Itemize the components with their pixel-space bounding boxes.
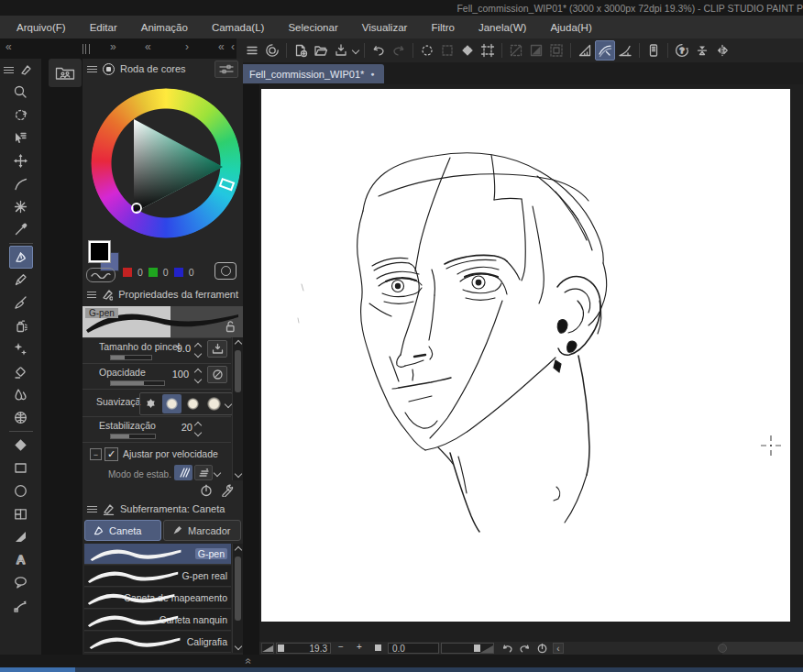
snap-grid-icon[interactable] (615, 40, 635, 61)
tool-pencil[interactable] (0, 269, 41, 292)
sv-triangle[interactable] (91, 88, 241, 238)
reselect-icon[interactable] (437, 40, 457, 61)
tab-caneta[interactable]: Caneta (84, 520, 161, 541)
menu-camada[interactable]: Camada(L) (212, 22, 265, 33)
opacity-spinner[interactable] (195, 369, 201, 382)
tool-liquify[interactable] (0, 406, 41, 429)
subtool-scrollbar[interactable] (232, 544, 243, 653)
subtool-menu-icon[interactable] (87, 506, 97, 507)
transform-icon[interactable] (526, 40, 546, 61)
rotate-cw-button[interactable] (519, 643, 531, 654)
menu-filtro[interactable]: Filtro (431, 22, 455, 33)
snap-special-ruler-icon[interactable] (595, 40, 615, 61)
antialias-medium-button[interactable] (183, 394, 203, 413)
tool-text[interactable]: A (0, 548, 41, 571)
tool-blend[interactable] (0, 383, 41, 406)
switch-main-sub-icon[interactable] (692, 40, 712, 61)
clear-icon[interactable] (457, 40, 478, 61)
scroll-up-icon[interactable] (235, 340, 242, 347)
zoom-fit-button[interactable] (375, 644, 381, 651)
zoom-slider[interactable]: 19.3 (276, 643, 331, 654)
antialias-none-button[interactable] (141, 394, 160, 413)
antialias-weak-button[interactable] (162, 394, 182, 413)
dock-expand-right-icon[interactable]: » (110, 40, 116, 53)
menu-ajuda[interactable]: Ajuda(H) (550, 22, 591, 33)
opacity-none-button[interactable] (207, 366, 227, 383)
brush-size-slider[interactable] (110, 355, 152, 360)
wrench-settings-icon[interactable] (220, 483, 234, 497)
unlock-icon[interactable] (223, 319, 237, 334)
tool-magic-wand[interactable] (0, 195, 41, 218)
brush-size-value[interactable]: 9.0 (169, 343, 191, 354)
brush-row-caligrafia[interactable]: Caligrafia (84, 632, 231, 653)
save-menu-chevron-icon[interactable] (351, 40, 360, 61)
scroll-down-icon[interactable] (235, 470, 242, 478)
stabilization-value[interactable]: 20 (170, 422, 192, 433)
tool-ruler[interactable] (0, 525, 41, 548)
scroll-thumb[interactable] (235, 350, 241, 392)
help-icon[interactable]: ? (672, 40, 692, 61)
rotate-ccw-button[interactable] (501, 643, 513, 654)
hue-selector[interactable] (220, 179, 234, 190)
main-color-swatch[interactable] (88, 240, 111, 263)
brush-preview[interactable]: G-pen (82, 306, 243, 337)
new-file-icon[interactable] (291, 40, 311, 61)
restore-defaults-icon[interactable] (199, 483, 213, 497)
rotation-slider[interactable] (441, 643, 494, 654)
velocity-checkbox[interactable]: ✓ (104, 447, 118, 461)
opacity-value[interactable]: 100 (167, 369, 189, 380)
tool-airbrush[interactable] (0, 314, 41, 337)
clip-studio-icon[interactable] (262, 40, 282, 61)
tool-pen[interactable] (0, 246, 41, 269)
menu-editar[interactable]: Editar (90, 22, 117, 33)
tool-operation[interactable] (0, 127, 41, 149)
tab-marcador[interactable]: Marcador (163, 520, 241, 541)
tool-palette-header[interactable] (0, 59, 41, 81)
scroll-up-icon[interactable] (235, 546, 242, 554)
scroll-down-icon[interactable] (235, 643, 242, 650)
menu-janela[interactable]: Janela(W) (478, 22, 526, 33)
companion-device-icon[interactable] (644, 40, 664, 61)
menu-animacao[interactable]: Animação (141, 22, 188, 33)
zoom-slider-thumb[interactable] (278, 644, 284, 652)
open-file-icon[interactable] (311, 40, 331, 61)
crop-canvas-icon[interactable] (478, 40, 498, 61)
palette-menu-icon[interactable] (4, 67, 14, 68)
redo-icon[interactable] (389, 40, 409, 61)
antialias-dropdown-icon[interactable] (225, 400, 232, 407)
tool-gradient[interactable] (0, 457, 41, 479)
stab-mode-2-button[interactable] (194, 465, 213, 480)
main-menu-icon[interactable] (242, 40, 262, 61)
rotation-slider-thumb[interactable] (474, 644, 480, 652)
color-wheel-tab-icon[interactable] (103, 63, 115, 75)
color-panel-menu-icon[interactable] (87, 66, 97, 67)
tool-line-correction[interactable] (0, 594, 41, 617)
brush-size-preset-button[interactable] (207, 340, 227, 358)
dock-collapse-left3-icon[interactable]: « (218, 40, 225, 53)
brush-row-gpen-real[interactable]: G-pen real (84, 566, 231, 587)
scroll-thumb[interactable] (235, 556, 241, 621)
tool-move-layer[interactable] (0, 149, 41, 172)
dock-collapse-left-icon[interactable]: « (6, 40, 12, 53)
color-mix-icon[interactable] (86, 268, 116, 282)
snap-ruler-icon[interactable] (575, 40, 595, 61)
tool-fill[interactable] (0, 434, 41, 457)
antialias-strong-button[interactable] (204, 394, 224, 413)
tool-brush[interactable] (0, 292, 41, 314)
dock-chevron-left-icon[interactable]: ‹ (231, 40, 235, 53)
document-tab[interactable]: Fell_commission_WIP01* ● (240, 64, 384, 83)
save-icon[interactable] (331, 40, 351, 61)
tool-rotate-view[interactable] (0, 104, 41, 127)
deselect-icon[interactable] (417, 40, 437, 61)
tool-property-scrollbar[interactable] (232, 337, 243, 480)
brush-row-nanquin[interactable]: Caneta nanquin (84, 610, 231, 631)
rotation-field[interactable]: 0.0 (388, 643, 439, 654)
brush-row-mapeamento[interactable]: Caneta de mapeamento (84, 588, 231, 609)
menu-selecionar[interactable]: Selecionar (288, 22, 337, 33)
dock-chevron-right-icon[interactable]: › (185, 40, 189, 53)
flip-horizontal-icon[interactable] (712, 40, 732, 61)
reset-rotation-button[interactable] (536, 643, 548, 654)
tool-eyedropper[interactable] (0, 218, 41, 241)
scale-rotate-icon[interactable] (506, 40, 526, 61)
collapse-statusbar-icon[interactable]: ‹ (553, 643, 564, 654)
